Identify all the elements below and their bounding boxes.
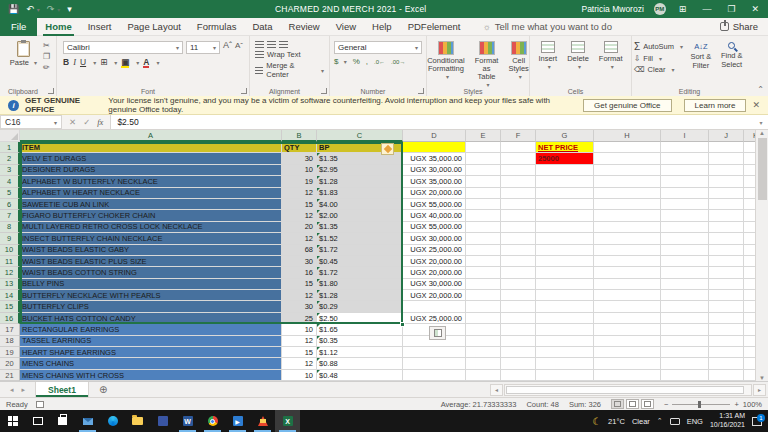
cell-C20[interactable]: $0.88: [317, 358, 403, 369]
weather-moon-icon[interactable]: ☾: [592, 416, 601, 427]
italic-button[interactable]: I: [73, 57, 76, 67]
cell-J3[interactable]: [709, 165, 744, 176]
cell-B11[interactable]: 30: [282, 256, 317, 267]
sheet-tab-sheet1[interactable]: Sheet1: [35, 382, 89, 397]
cell-I14[interactable]: [661, 290, 709, 301]
cell-G14[interactable]: [536, 290, 594, 301]
cell-I15[interactable]: [661, 301, 709, 312]
cell-G12[interactable]: [536, 267, 594, 278]
cell-F6[interactable]: [501, 199, 536, 210]
cell-B8[interactable]: 20: [282, 222, 317, 233]
cell-G2[interactable]: 25000: [536, 153, 594, 164]
cell-I1[interactable]: [661, 142, 709, 153]
wrap-text-button[interactable]: Wrap Text: [255, 50, 324, 59]
cell-J18[interactable]: [709, 336, 744, 347]
cell-E5[interactable]: [466, 188, 501, 199]
cell-E2[interactable]: [466, 153, 501, 164]
col-header-E[interactable]: E: [466, 130, 501, 142]
cell-H6[interactable]: [594, 199, 661, 210]
cell-I2[interactable]: [661, 153, 709, 164]
cell-A5[interactable]: ALPHABET W HEART NECKLACE: [20, 188, 282, 199]
row-header-7[interactable]: 7: [0, 210, 20, 221]
number-dialog-launcher-icon[interactable]: [418, 88, 424, 94]
cell-C15[interactable]: $0.29: [317, 301, 403, 312]
increase-font-icon[interactable]: Aˆ: [223, 41, 232, 54]
cell-F3[interactable]: [501, 165, 536, 176]
cell-D19[interactable]: [403, 347, 466, 358]
cell-J4[interactable]: [709, 176, 744, 187]
cell-H15[interactable]: [594, 301, 661, 312]
cell-A17[interactable]: RECTANGULAR EARRINGS: [20, 324, 282, 335]
cell-E12[interactable]: [466, 267, 501, 278]
cell-E4[interactable]: [466, 176, 501, 187]
cell-B2[interactable]: 30: [282, 153, 317, 164]
cell-J17[interactable]: [709, 324, 744, 335]
font-color-icon[interactable]: A: [143, 57, 149, 67]
language-indicator[interactable]: ENG: [687, 417, 703, 426]
mail-icon[interactable]: [75, 410, 100, 432]
zoom-in-icon[interactable]: +: [734, 400, 738, 409]
avatar[interactable]: PM: [654, 3, 666, 15]
cell-B9[interactable]: 12: [282, 233, 317, 244]
cell-G17[interactable]: [536, 324, 594, 335]
increase-decimal-icon[interactable]: .0←: [374, 59, 385, 65]
cell-B16[interactable]: 25: [282, 313, 317, 324]
cancel-icon[interactable]: ✕: [69, 117, 76, 127]
chrome-icon[interactable]: [200, 410, 225, 432]
cell-E18[interactable]: [466, 336, 501, 347]
col-header-F[interactable]: F: [501, 130, 536, 142]
col-header-D[interactable]: D: [403, 130, 466, 142]
cell-I3[interactable]: [661, 165, 709, 176]
cell-J6[interactable]: [709, 199, 744, 210]
cell-A14[interactable]: BUTTERFLY NECKLACE WITH PEARLS: [20, 290, 282, 301]
format-cells-button[interactable]: Format▾: [595, 39, 627, 73]
row-header-4[interactable]: 4: [0, 176, 20, 187]
tab-pdfelement[interactable]: PDFelement: [400, 18, 469, 36]
merge-center-button[interactable]: Merge & Center ▾: [255, 61, 324, 79]
cell-A8[interactable]: MULTI LAYERED RETRO CROSS LOCK NECKLACE: [20, 222, 282, 233]
cell-J15[interactable]: [709, 301, 744, 312]
cell-H5[interactable]: [594, 188, 661, 199]
cell-E10[interactable]: [466, 245, 501, 256]
cell-J14[interactable]: [709, 290, 744, 301]
start-icon[interactable]: [0, 410, 25, 432]
conditional-formatting-button[interactable]: Conditional Formatting ▾: [423, 39, 469, 83]
cell-E20[interactable]: [466, 358, 501, 369]
close-icon[interactable]: ✕: [748, 4, 762, 14]
cell-A13[interactable]: BELLY PINS: [20, 279, 282, 290]
row-header-9[interactable]: 9: [0, 233, 20, 244]
cell-J7[interactable]: [709, 210, 744, 221]
col-header-G[interactable]: G: [536, 130, 594, 142]
zoom-out-icon[interactable]: −: [664, 400, 668, 409]
cell-A15[interactable]: BUTTERFLY CLIPS: [20, 301, 282, 312]
paste-button[interactable]: Paste ▾: [6, 39, 41, 69]
col-header-A[interactable]: A: [20, 130, 282, 142]
cell-I19[interactable]: [661, 347, 709, 358]
cell-G20[interactable]: [536, 358, 594, 369]
action-center-icon[interactable]: 1: [752, 417, 762, 426]
cell-D14[interactable]: UGX 20,000.00: [403, 290, 466, 301]
cell-C4[interactable]: $1.28: [317, 176, 403, 187]
row-header-10[interactable]: 10: [0, 245, 20, 256]
cell-B18[interactable]: 12: [282, 336, 317, 347]
row-header-17[interactable]: 17: [0, 324, 20, 335]
cell-B6[interactable]: 15: [282, 199, 317, 210]
cell-A7[interactable]: FIGARO BUTTERFLY CHOKER CHAIN: [20, 210, 282, 221]
align-top-icon[interactable]: [255, 41, 264, 48]
cell-E8[interactable]: [466, 222, 501, 233]
cell-B1[interactable]: QTY: [282, 142, 317, 153]
cell-H14[interactable]: [594, 290, 661, 301]
cell-G10[interactable]: [536, 245, 594, 256]
cell-J5[interactable]: [709, 188, 744, 199]
align-middle-icon[interactable]: [267, 41, 276, 48]
percent-icon[interactable]: %: [353, 57, 360, 66]
row-header-8[interactable]: 8: [0, 222, 20, 233]
cell-A1[interactable]: ITEM: [20, 142, 282, 153]
zoom-level[interactable]: 100%: [743, 400, 762, 409]
cell-H1[interactable]: [594, 142, 661, 153]
cell-D8[interactable]: UGX 55,000.00: [403, 222, 466, 233]
cell-J10[interactable]: [709, 245, 744, 256]
cell-G15[interactable]: [536, 301, 594, 312]
cell-B15[interactable]: 30: [282, 301, 317, 312]
row-header-3[interactable]: 3: [0, 165, 20, 176]
